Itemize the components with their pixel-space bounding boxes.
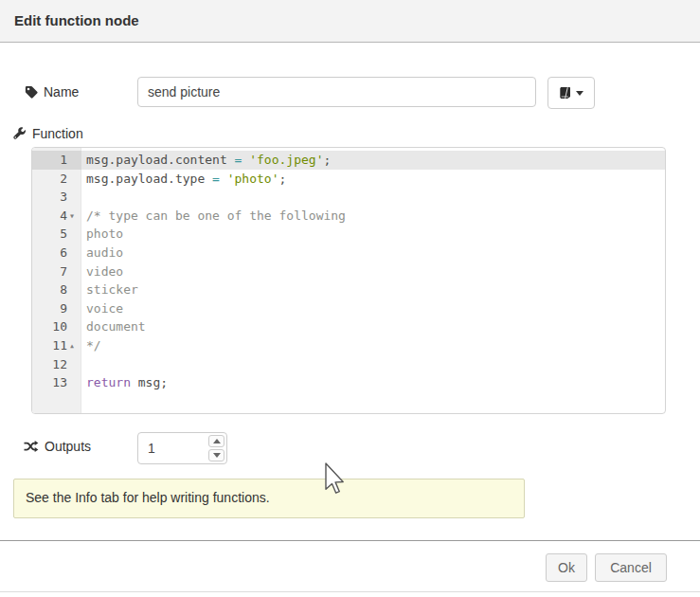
node-name-input[interactable] [137,77,536,107]
line-number-cell[interactable]: 6 [32,244,81,262]
line-number-cell[interactable]: 1 [32,151,81,170]
cancel-button[interactable]: Cancel [595,553,667,582]
fold-toggle-icon[interactable]: ▾ [69,207,81,226]
code-line-text[interactable] [81,355,665,374]
chevron-down-icon [576,91,583,96]
line-number-cell[interactable]: 2 [32,170,81,189]
outputs-label-text: Outputs [45,439,91,454]
caret-up-icon [213,439,221,443]
wrench-icon [13,127,27,140]
info-tip: See the Info tab for help writing functi… [13,479,525,518]
line-number: 7 [32,262,81,281]
code-line[interactable]: 7video [32,262,665,281]
name-label-text: Name [44,84,79,100]
fold-toggle-icon[interactable]: ▴ [69,336,81,355]
line-number: 10 [32,317,81,336]
line-number: 9 [32,299,81,318]
code-line-text[interactable]: audio [81,244,665,262]
code-line[interactable]: 5photo [32,225,665,244]
caret-down-icon [213,453,221,458]
code-line-text[interactable]: voice [81,299,665,318]
line-number-cell[interactable]: 12 [32,355,81,374]
line-number-cell[interactable]: 5 [32,225,81,244]
code-line[interactable]: 6audio [32,244,665,262]
code-line[interactable]: 11▴*/ [32,336,665,355]
code-line-text[interactable]: photo [81,225,665,244]
line-number-cell[interactable]: 8 [32,280,81,299]
code-line[interactable]: 2msg.payload.type = 'photo'; [32,170,665,189]
code-line[interactable]: 3 [32,188,665,207]
code-line[interactable]: 9voice [32,299,665,318]
line-number-cell[interactable]: 13 [32,373,81,392]
line-number-cell[interactable]: 3 [32,188,81,207]
line-number: 6 [32,244,81,262]
function-label: Function [13,126,83,141]
line-number: 1 [32,151,81,170]
ok-button[interactable]: Ok [546,553,587,582]
line-number: 8 [32,280,81,299]
editor-rows[interactable]: 1msg.payload.content = 'foo.jpeg';2msg.p… [32,151,665,392]
line-number: 3 [32,188,81,207]
code-line-text[interactable]: */ [81,336,665,355]
library-button[interactable] [547,77,595,109]
outputs-spinner [137,432,227,464]
code-line-text[interactable]: sticker [81,280,665,299]
line-number: 12 [32,355,81,374]
outputs-label: Outputs [23,439,91,454]
outputs-input[interactable] [138,433,206,463]
code-line-text[interactable]: /* type can be one of the following [81,207,665,226]
line-number-cell[interactable]: 4▾ [32,207,81,226]
function-label-text: Function [32,126,83,141]
spinner-down-button[interactable] [208,449,224,461]
line-number: 13 [32,373,81,392]
code-line[interactable]: 8sticker [32,280,665,299]
spinner-up-button[interactable] [208,435,224,447]
line-number-cell[interactable]: 9 [32,299,81,318]
tag-icon [25,85,38,99]
code-line[interactable]: 12 [32,355,665,374]
line-number: 5 [32,225,81,244]
info-tip-text: See the Info tab for help writing functi… [26,490,270,505]
dialog-title: Edit function node [14,12,139,28]
book-icon [559,86,572,100]
edit-function-node-dialog: Edit function node Name Function 1msg.pa… [0,0,700,597]
code-line-text[interactable] [81,188,665,207]
code-line-text[interactable]: video [81,262,665,281]
code-line[interactable]: 1msg.payload.content = 'foo.jpeg'; [32,151,665,170]
code-line[interactable]: 10document [32,317,665,336]
code-line[interactable]: 13return msg; [32,373,665,392]
line-number-cell[interactable]: 7 [32,262,81,281]
line-number: 2 [32,170,81,189]
code-line-text[interactable]: msg.payload.type = 'photo'; [81,170,665,189]
line-number-cell[interactable]: 11▴ [32,336,81,355]
dialog-header: Edit function node [0,0,700,43]
code-line-text[interactable]: return msg; [81,373,665,392]
dialog-footer: Ok Cancel [0,540,700,597]
code-line-text[interactable]: document [81,317,665,336]
shuffle-icon [23,440,39,453]
dialog-bottom-edge [0,591,700,592]
function-code-editor[interactable]: 1msg.payload.content = 'foo.jpeg';2msg.p… [31,147,666,414]
line-number-cell[interactable]: 10 [32,317,81,336]
code-line-text[interactable]: msg.payload.content = 'foo.jpeg'; [81,151,665,170]
code-line[interactable]: 4▾/* type can be one of the following [32,207,665,226]
name-label: Name [25,84,79,100]
